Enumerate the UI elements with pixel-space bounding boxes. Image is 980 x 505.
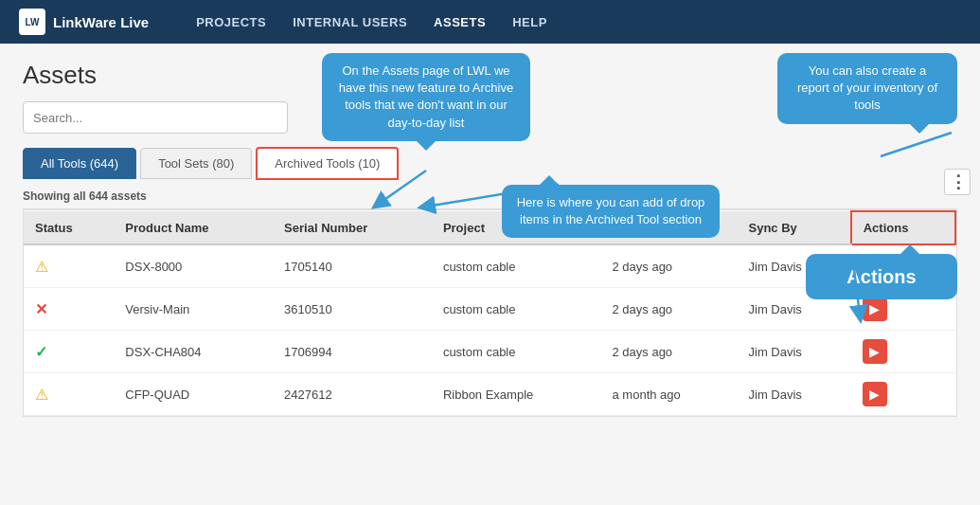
cell-serial: 1705140 (273, 244, 432, 288)
cell-last-used: a month ago (601, 373, 738, 416)
brand-logo: LW LinkWare Live (19, 9, 149, 35)
brand-name: LinkWare Live (53, 14, 149, 30)
cell-project: Ribbon Example (432, 373, 601, 416)
cell-project: custom cable (432, 288, 601, 331)
nav-assets[interactable]: ASSETS (434, 15, 486, 29)
cell-status: ⚠ (24, 373, 114, 416)
action-button[interactable]: ▶ (863, 339, 887, 364)
showing-count: Showing all 644 assets (23, 186, 957, 209)
cell-actions: ▶ (851, 331, 955, 373)
tab-archived-tools[interactable]: Archived Tools (10) (256, 147, 399, 180)
cell-project: custom cable (432, 244, 601, 288)
cell-serial: 1706994 (273, 331, 432, 373)
cell-last-used: 2 days ago (601, 331, 738, 373)
cell-product: CFP-QUAD (114, 373, 273, 416)
status-icon: ✓ (35, 344, 47, 360)
col-sync-by: Sync By (738, 211, 851, 244)
col-serial: Serial Number (273, 211, 432, 244)
cell-last-used: 2 days ago (601, 244, 738, 288)
nav-internal-users[interactable]: INTERNAL USERS (293, 15, 407, 29)
cell-actions: ▶ (851, 373, 955, 416)
callout-actions: Actions (806, 254, 957, 299)
action-button[interactable]: ▶ (863, 297, 887, 321)
col-product: Product Name (114, 211, 273, 244)
callout-archive-feature: On the Assets page of LWL we have this n… (322, 53, 530, 141)
nav-help[interactable]: HELP (512, 15, 547, 29)
status-icon: ✕ (35, 301, 47, 317)
cell-product: DSX-CHA804 (114, 331, 273, 373)
callout-report: You can also create a report of your inv… (777, 53, 957, 124)
cell-serial: 2427612 (273, 373, 432, 416)
cell-product: DSX-8000 (114, 244, 273, 288)
cell-product: Versiv-Main (114, 288, 273, 331)
action-button[interactable]: ▶ (863, 382, 887, 406)
cell-serial: 3610510 (273, 288, 432, 331)
cell-last-used: 2 days ago (601, 288, 738, 331)
table-header-row: Status Product Name Serial Number Projec… (24, 211, 955, 244)
nav-links: PROJECTS INTERNAL USERS ASSETS HELP (196, 15, 547, 29)
nav-projects[interactable]: PROJECTS (196, 15, 266, 29)
cell-status: ✓ (24, 331, 114, 373)
three-dot-menu-button[interactable]: ⋮ (944, 169, 971, 195)
cell-status: ⚠ (24, 244, 114, 288)
tabs-row: All Tools (644) Tool Sets (80) Archived … (23, 147, 957, 180)
table-row: ✓ DSX-CHA804 1706994 custom cable 2 days… (24, 331, 955, 373)
asset-table: Status Product Name Serial Number Projec… (24, 210, 956, 416)
cell-status: ✕ (24, 288, 114, 331)
status-icon: ⚠ (35, 387, 48, 403)
cell-project: custom cable (432, 331, 601, 373)
table-row: ⚠ CFP-QUAD 2427612 Ribbon Example a mont… (24, 373, 955, 416)
col-status: Status (24, 211, 114, 244)
cell-sync-by: Jim Davis (738, 373, 851, 416)
callout-archived-section: Here is where you can add of drop items … (502, 185, 720, 238)
search-input[interactable] (23, 101, 288, 134)
brand-icon: LW (19, 9, 45, 35)
navbar: LW LinkWare Live PROJECTS INTERNAL USERS… (0, 0, 980, 44)
tab-tool-sets[interactable]: Tool Sets (80) (140, 148, 252, 179)
asset-table-wrapper: Status Product Name Serial Number Projec… (23, 209, 957, 417)
status-icon: ⚠ (35, 259, 48, 275)
tab-all-tools[interactable]: All Tools (644) (23, 148, 136, 179)
cell-sync-by: Jim Davis (738, 331, 851, 373)
